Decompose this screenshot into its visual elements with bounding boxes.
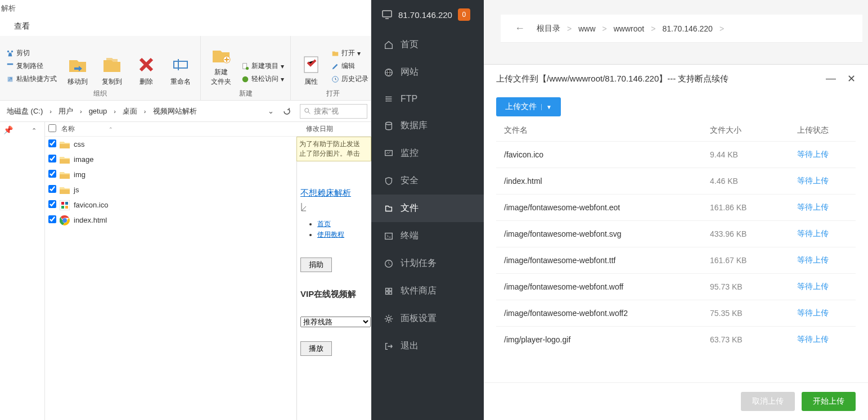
upload-status-link[interactable]: 等待上传 [797, 176, 829, 185]
upload-file-name: /image/fontawesome-webfont.woff [504, 282, 710, 291]
delete-button[interactable]: 删除 [131, 39, 161, 87]
ribbon-group-new-label: 新建 [239, 89, 253, 98]
file-checkbox[interactable] [48, 139, 56, 147]
nav-item-site[interactable]: 网站 [371, 58, 484, 86]
copy-path-button[interactable]: 复制路径 [5, 61, 59, 71]
move-to-button[interactable]: 移动到 [62, 39, 93, 87]
close-button[interactable]: ✕ [847, 73, 856, 85]
start-upload-button[interactable]: 开始上传 [802, 392, 856, 411]
server-breadcrumb-item[interactable]: 根目录 [534, 24, 563, 34]
server-ip: 81.70.146.220 [398, 10, 452, 20]
svg-point-18 [386, 98, 387, 100]
svg-point-6 [242, 76, 249, 82]
upload-file-name: /index.html [504, 177, 710, 186]
copy-to-button[interactable]: 复制到 [96, 39, 127, 87]
preview-title-link[interactable]: 不想赖床解析 [300, 188, 368, 198]
upload-file-name: /image/fontawesome-webfont.svg [504, 229, 710, 238]
select-all-checkbox[interactable] [48, 124, 56, 132]
history-button[interactable]: 历史记录 [330, 74, 370, 84]
upload-status-link[interactable]: 等待上传 [797, 255, 829, 264]
ribbon-tab-view[interactable]: 查看 [0, 17, 371, 36]
folder-icon [59, 140, 70, 149]
column-date-header[interactable]: 修改日期 [306, 124, 371, 134]
nav-item-store[interactable]: 软件商店 [371, 277, 484, 305]
back-button[interactable]: ← [511, 20, 529, 38]
upload-file-button[interactable]: 上传文件 ▼ [496, 97, 561, 116]
nav-item-settings[interactable]: 面板设置 [371, 305, 484, 332]
chevron-right-icon: › [111, 107, 118, 116]
upload-status-link[interactable]: 等待上传 [797, 150, 829, 159]
breadcrumb-segment[interactable]: 视频网站解析 [151, 105, 199, 118]
breadcrumb-segment[interactable]: getup [87, 106, 110, 116]
server-breadcrumb-item[interactable]: 81.70.146.220 [660, 24, 715, 33]
cancel-upload-button[interactable]: 取消上传 [741, 392, 795, 411]
file-checkbox[interactable] [48, 155, 56, 162]
chevron-right-icon: > [719, 24, 724, 33]
refresh-button[interactable] [277, 102, 296, 121]
file-checkbox[interactable] [48, 200, 56, 208]
upload-status-link[interactable]: 等待上传 [797, 282, 829, 291]
breadcrumb[interactable]: 地磁盘 (C:)›用户›getup›桌面›视频网站解析 [0, 104, 264, 119]
server-breadcrumb-item[interactable]: wwwroot [611, 24, 646, 33]
new-item-button[interactable]: 新建项目 ▾ [240, 61, 286, 71]
chevron-up-icon[interactable]: ⌃ [32, 127, 37, 134]
nav-item-db[interactable]: 数据库 [371, 112, 484, 139]
nav-item-monitor[interactable]: 监控 [371, 139, 484, 167]
server-breadcrumb-item[interactable]: www [576, 24, 597, 33]
breadcrumb-segment[interactable]: 地磁盘 (C:) [5, 105, 45, 118]
chevron-right-icon: › [78, 107, 84, 116]
upload-file-size: 433.96 KB [710, 229, 797, 238]
nav-label: 退出 [401, 340, 419, 352]
preview-panel: 不想赖床解析 首页 使用教程 捐助 VIP在线视频解 推荐线路 播放 [296, 158, 371, 420]
new-folder-button[interactable]: 新建 文件夹 [205, 39, 236, 87]
breadcrumb-dropdown[interactable]: ⌄ [264, 107, 277, 115]
nav-item-home[interactable]: 首页 [371, 31, 484, 58]
upload-file-name: /image/fontawesome-webfont.eot [504, 203, 710, 212]
breadcrumb-segment[interactable]: 桌面 [120, 105, 140, 118]
nav-item-ftp[interactable]: FTP [371, 86, 484, 112]
search-input[interactable]: 搜索"视 [300, 104, 367, 119]
upload-status-link[interactable]: 等待上传 [797, 202, 829, 211]
nav-label: 首页 [401, 39, 419, 51]
upload-row: /image/fontawesome-webfont.woff2 75.35 K… [496, 300, 856, 326]
breadcrumb-segment[interactable]: 用户 [56, 105, 75, 118]
upload-file-name: /favicon.ico [504, 150, 710, 159]
svg-rect-0 [7, 63, 14, 65]
upload-row: /image/fontawesome-webfont.ttf 161.67 KB… [496, 247, 856, 273]
nav-home-link[interactable]: 首页 [317, 219, 368, 229]
file-checkbox[interactable] [48, 170, 56, 178]
nav-item-terminal[interactable]: 终端 [371, 222, 484, 250]
file-checkbox[interactable] [48, 185, 56, 193]
column-name-header[interactable]: 名称 [61, 125, 75, 133]
edit-button[interactable]: 编辑 [330, 61, 370, 71]
paste-shortcut-button[interactable]: 粘贴快捷方式 [5, 74, 59, 84]
easy-access-button[interactable]: 轻松访问 ▾ [240, 74, 286, 84]
open-button[interactable]: 打开 ▾ [330, 48, 370, 58]
scissors-icon [6, 49, 14, 57]
nav-label: 数据库 [401, 120, 428, 132]
rename-button[interactable]: 重命名 [165, 39, 196, 87]
nav-tutorial-link[interactable]: 使用教程 [317, 230, 368, 240]
nav-item-files[interactable]: 文件 [371, 195, 484, 222]
cron-icon [384, 259, 394, 269]
upload-col-size: 文件大小 [710, 125, 797, 136]
donate-button[interactable]: 捐助 [300, 258, 332, 272]
nav-item-security[interactable]: 安全 [371, 167, 484, 195]
chevron-right-icon: › [47, 107, 54, 116]
page-corner-icon [300, 202, 311, 212]
nav-item-cron[interactable]: 计划任务 [371, 250, 484, 277]
notification-badge[interactable]: 0 [458, 8, 470, 21]
cut-button[interactable]: 剪切 [5, 48, 59, 58]
line-select[interactable]: 推荐线路 [300, 317, 371, 327]
upload-status-link[interactable]: 等待上传 [797, 335, 829, 344]
minimize-button[interactable]: — [826, 73, 836, 85]
play-button[interactable]: 播放 [300, 341, 332, 356]
upload-status-link[interactable]: 等待上传 [797, 308, 829, 317]
pin-strip: 📌 ⌃ [0, 122, 45, 420]
file-checkbox[interactable] [48, 215, 56, 223]
svg-point-28 [387, 317, 390, 320]
upload-status-link[interactable]: 等待上传 [797, 229, 829, 238]
properties-button[interactable]: 属性 [295, 39, 326, 87]
file-name: img [74, 170, 86, 179]
nav-item-logout[interactable]: 退出 [371, 332, 484, 360]
